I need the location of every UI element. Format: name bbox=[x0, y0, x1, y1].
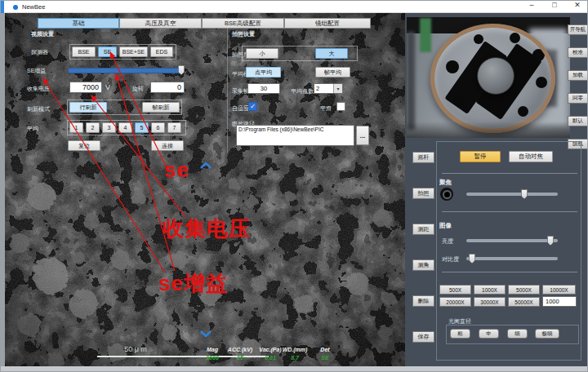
image-section-label: 图像 bbox=[439, 222, 452, 230]
detector-eds-button[interactable]: EDS bbox=[150, 46, 173, 57]
stage-hole bbox=[454, 96, 464, 106]
annotation-gain: se增益 bbox=[158, 269, 228, 298]
status-header-det: Det bbox=[307, 347, 343, 352]
app-icon bbox=[13, 5, 18, 10]
reset-button[interactable]: 复位 bbox=[68, 140, 100, 151]
expand-chevron-down-icon[interactable] bbox=[199, 330, 212, 338]
average-7-button[interactable]: 7 bbox=[167, 122, 181, 133]
mag-500x-button[interactable]: 500X bbox=[439, 285, 471, 294]
calibrate-button[interactable]: 校准 bbox=[568, 47, 588, 58]
aperture-extrafine-button[interactable]: 极细 bbox=[535, 329, 559, 339]
brightness-label: 亮度 bbox=[442, 237, 453, 246]
path-input[interactable]: D:\Program Files (x86)\NewBee\PIC bbox=[236, 125, 354, 146]
aperture-fine-button[interactable]: 细 bbox=[507, 329, 528, 339]
title-bar bbox=[1, 1, 588, 13]
avg-count-label: 平均点数 bbox=[291, 87, 314, 95]
rotation-label: 旋转 bbox=[132, 85, 144, 93]
avg-count-combo[interactable]: 2 ▾ bbox=[314, 83, 343, 94]
average-6-button[interactable]: 6 bbox=[151, 122, 165, 133]
focus-label: 聚焦 bbox=[439, 179, 452, 187]
bottom-frame bbox=[1, 366, 588, 372]
mag-5000x-button[interactable]: 5000X bbox=[508, 285, 540, 294]
stage-hole bbox=[532, 49, 545, 61]
config-divider bbox=[227, 27, 228, 153]
annotation-se: se bbox=[164, 157, 189, 183]
mag-20000x-button[interactable]: 20000X bbox=[439, 297, 471, 307]
status-col-det: Det SE bbox=[307, 347, 343, 361]
brightness-slider[interactable] bbox=[466, 239, 558, 242]
se-gain-slider[interactable] bbox=[68, 68, 185, 73]
collapse-chevron-up-icon[interactable] bbox=[199, 162, 212, 170]
avg-point-button[interactable]: 点平均 bbox=[246, 67, 281, 78]
maximize-icon[interactable]: □ bbox=[546, 1, 563, 12]
refresh-line-button[interactable]: 行刷新 bbox=[69, 102, 107, 113]
contrast-slider[interactable] bbox=[466, 257, 558, 260]
tab-basic[interactable]: 基础 bbox=[38, 18, 119, 29]
average-3-button[interactable]: 3 bbox=[102, 122, 116, 133]
joystick-button[interactable]: 摇杆 bbox=[412, 152, 434, 163]
default-button[interactable]: 默认 bbox=[568, 116, 588, 126]
camera-green-part bbox=[420, 18, 431, 52]
pause-button[interactable]: 暂停 bbox=[460, 151, 501, 162]
mag-30000x-button[interactable]: 30000X bbox=[474, 297, 506, 307]
camera-bottom-shade bbox=[407, 122, 570, 138]
measure-angle-button[interactable]: 测角 bbox=[412, 259, 434, 271]
size-small-button[interactable]: 小 bbox=[246, 48, 278, 59]
average-4-button[interactable]: 4 bbox=[118, 122, 132, 133]
chevron-down-icon[interactable]: ▾ bbox=[333, 84, 342, 93]
zero-button[interactable]: 回零 bbox=[568, 93, 588, 104]
divider bbox=[442, 173, 577, 174]
adaptive-checkbox[interactable] bbox=[248, 102, 257, 111]
contrast-label: 对比度 bbox=[442, 255, 459, 264]
focus-indicator-icon bbox=[440, 188, 453, 201]
open-nav-button[interactable]: 开导航 bbox=[568, 24, 588, 35]
capture-button[interactable]: 拍照 bbox=[412, 188, 434, 199]
close-icon[interactable]: ✕ bbox=[569, 1, 586, 12]
detector-se-button[interactable]: SE bbox=[98, 46, 117, 57]
stage-hole bbox=[510, 33, 520, 43]
smooth-label: 平滑 bbox=[320, 104, 332, 113]
average-2-button[interactable]: 2 bbox=[86, 122, 100, 133]
focus-slider[interactable] bbox=[466, 193, 558, 196]
average-1-button[interactable]: 1 bbox=[69, 122, 83, 133]
minimize-icon[interactable]: – bbox=[523, 1, 540, 12]
load-button[interactable]: 加载 bbox=[568, 70, 588, 81]
refresh-frame-button[interactable]: 帧刷新 bbox=[142, 102, 180, 113]
mag-50000x-button[interactable]: 50000X bbox=[508, 297, 540, 307]
autofocus-button[interactable]: 自动对焦 bbox=[509, 151, 553, 162]
divider bbox=[442, 211, 577, 212]
aperture-medium-button[interactable]: 中 bbox=[479, 329, 499, 339]
status-value-det: SE bbox=[307, 355, 343, 361]
avg-count-value: 2 bbox=[316, 85, 319, 92]
photo-settings-title: 拍照设置 bbox=[232, 30, 255, 38]
mag-10000x-button[interactable]: 10000X bbox=[542, 285, 576, 294]
delete-button[interactable]: 删除 bbox=[412, 295, 434, 307]
app-window: NewBee – □ ✕ bbox=[0, 0, 588, 372]
size-large-button[interactable]: 大 bbox=[315, 48, 348, 59]
window-title: NewBee bbox=[22, 3, 45, 11]
avg-frame-button[interactable]: 帧平均 bbox=[315, 67, 350, 78]
sample-stage bbox=[430, 24, 555, 133]
stage-hole bbox=[446, 60, 459, 73]
voltage-unit-label: V bbox=[105, 83, 110, 91]
connect-button[interactable]: 连接 bbox=[151, 140, 184, 151]
tab-hv-vacuum[interactable]: 高压及真空 bbox=[119, 18, 202, 29]
sample-cylinder bbox=[477, 57, 514, 95]
video-settings-title: 视频设置 bbox=[31, 30, 54, 38]
smooth-checkbox[interactable] bbox=[336, 102, 345, 111]
browse-button[interactable]: ... bbox=[356, 126, 369, 145]
detector-bse-button[interactable]: BSE bbox=[72, 46, 96, 57]
collect-voltage-input[interactable]: 7000 bbox=[69, 82, 102, 93]
aperture-coarse-button[interactable]: 粗 bbox=[450, 329, 470, 339]
chamber-camera-view bbox=[407, 17, 570, 138]
measure-distance-button[interactable]: 测距 bbox=[412, 224, 434, 235]
mag-value-input[interactable]: 1000 bbox=[542, 296, 577, 307]
average-5-button[interactable]: 5 bbox=[135, 122, 149, 133]
rotation-input[interactable]: 0 bbox=[150, 82, 185, 93]
tab-lens-config[interactable]: 镜组配置 bbox=[284, 18, 371, 29]
detector-bse-se-button[interactable]: BSE+SE bbox=[119, 46, 148, 57]
mag-1000x-button[interactable]: 1000X bbox=[474, 285, 506, 294]
frames-input[interactable]: 30 bbox=[247, 83, 280, 94]
tab-bse-advanced[interactable]: BSE高级配置 bbox=[202, 18, 284, 29]
save-button[interactable]: 保存 bbox=[412, 331, 434, 343]
